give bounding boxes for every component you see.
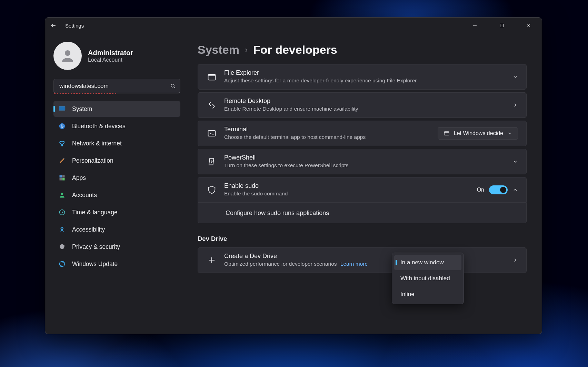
section-dev-drive: Dev Drive xyxy=(198,235,527,243)
svg-rect-9 xyxy=(60,178,62,181)
svg-point-11 xyxy=(61,193,63,195)
card-file-explorer[interactable]: File Explorer Adjust these settings for … xyxy=(198,64,527,90)
nav-item-label: Windows Update xyxy=(72,261,118,268)
nav-item-apps[interactable]: Apps xyxy=(53,170,180,186)
select-value: Let Windows decide xyxy=(454,130,503,136)
minimize-button[interactable] xyxy=(465,18,485,33)
spellcheck-underline xyxy=(54,93,116,94)
nav-item-label: Privacy & security xyxy=(72,243,120,251)
search-wrap xyxy=(53,79,180,93)
svg-rect-16 xyxy=(208,131,216,136)
svg-rect-8 xyxy=(62,175,65,178)
card-subtitle: Choose the default terminal app to host … xyxy=(224,134,372,141)
dropdown-item-new-window[interactable]: In a new window xyxy=(394,255,461,270)
card-subtitle: Adjust these settings for a more develop… xyxy=(224,77,505,84)
sudo-configure-label: Configure how sudo runs applications xyxy=(226,210,329,217)
folder-icon xyxy=(207,72,217,82)
card-enable-sudo[interactable]: Enable sudo Enable the sudo command On xyxy=(198,177,527,203)
accessibility-icon xyxy=(58,226,66,233)
breadcrumb: System › For developers xyxy=(198,43,529,57)
sudo-toggle[interactable] xyxy=(489,185,508,194)
nav-item-label: Accessibility xyxy=(72,226,105,233)
shield-icon xyxy=(58,243,66,251)
chevron-right-icon xyxy=(512,102,518,108)
svg-rect-15 xyxy=(208,74,216,80)
card-title: Remote Desktop xyxy=(224,98,505,105)
apps-icon xyxy=(58,174,66,182)
nav-item-label: Bluetooth & devices xyxy=(72,123,126,130)
plus-icon xyxy=(207,255,217,265)
close-button[interactable] xyxy=(518,18,539,33)
svg-point-2 xyxy=(171,84,174,87)
card-remote-desktop[interactable]: Remote Desktop Enable Remote Desktop and… xyxy=(198,92,527,118)
svg-point-6 xyxy=(62,145,63,146)
terminal-select[interactable]: Let Windows decide xyxy=(438,127,518,140)
dropdown-item-inline[interactable]: Inline xyxy=(394,287,461,302)
cards-list: File Explorer Adjust these settings for … xyxy=(198,64,529,273)
nav-item-system[interactable]: System xyxy=(53,101,180,117)
toggle-state-label: On xyxy=(477,187,484,193)
nav-item-privacy[interactable]: Privacy & security xyxy=(53,239,180,255)
nav-item-label: System xyxy=(72,105,92,113)
card-subtitle: Turn on these settings to execute PowerS… xyxy=(224,162,505,169)
sidebar: Administrator Local Account System xyxy=(45,33,187,334)
nav-item-network[interactable]: Network & internet xyxy=(53,135,180,151)
powershell-icon xyxy=(207,157,217,166)
nav-item-label: Time & language xyxy=(72,209,118,216)
breadcrumb-current: For developers xyxy=(253,43,337,57)
chevron-up-icon xyxy=(512,187,518,193)
sudo-mode-dropdown[interactable]: In a new window With input disabled Inli… xyxy=(392,253,464,304)
chevron-down-icon xyxy=(507,131,512,136)
nav-item-bluetooth[interactable]: Bluetooth & devices xyxy=(53,118,180,134)
search-icon[interactable] xyxy=(170,83,176,89)
avatar xyxy=(53,42,82,70)
search-input[interactable] xyxy=(53,79,180,93)
window-title: Settings xyxy=(65,23,84,29)
svg-rect-10 xyxy=(62,178,65,181)
dropdown-item-label: Inline xyxy=(400,291,415,297)
svg-rect-0 xyxy=(500,24,504,27)
user-subtitle: Local Account xyxy=(88,57,133,63)
update-icon xyxy=(58,260,66,268)
card-sudo-configure[interactable]: Configure how sudo runs applications xyxy=(198,203,527,223)
card-title: File Explorer xyxy=(224,69,505,77)
user-account-row[interactable]: Administrator Local Account xyxy=(53,42,180,70)
user-name: Administrator xyxy=(88,49,133,57)
breadcrumb-parent[interactable]: System xyxy=(198,43,239,57)
nav-item-windows-update[interactable]: Windows Update xyxy=(53,256,180,272)
learn-more-link[interactable]: Learn more xyxy=(340,261,368,267)
nav-item-label: Personalization xyxy=(72,157,113,164)
card-terminal[interactable]: Terminal Choose the default terminal app… xyxy=(198,121,527,146)
nav-item-time-language[interactable]: Time & language xyxy=(53,204,180,220)
chevron-right-icon xyxy=(512,257,518,263)
card-title: Terminal xyxy=(224,126,430,133)
nav-item-personalization[interactable]: Personalization xyxy=(53,153,180,169)
card-create-dev-drive[interactable]: Create a Dev Drive Optimized performance… xyxy=(198,247,527,273)
chevron-right-icon: › xyxy=(245,45,248,55)
nav-item-accounts[interactable]: Accounts xyxy=(53,187,180,203)
card-subtitle: Enable Remote Desktop and ensure machine… xyxy=(224,105,505,113)
card-powershell[interactable]: PowerShell Turn on these settings to exe… xyxy=(198,149,527,174)
nav-list: System Bluetooth & devices Network & int… xyxy=(53,101,180,272)
person-icon xyxy=(58,191,66,199)
card-title: Enable sudo xyxy=(224,182,469,190)
dropdown-item-input-disabled[interactable]: With input disabled xyxy=(394,271,461,286)
nav-item-accessibility[interactable]: Accessibility xyxy=(53,222,180,237)
chevron-down-icon xyxy=(512,159,518,164)
window-icon xyxy=(444,130,450,136)
shield-outline-icon xyxy=(207,185,217,195)
monitor-icon xyxy=(58,105,66,113)
dropdown-item-label: With input disabled xyxy=(400,275,450,282)
titlebar: Settings xyxy=(45,18,542,33)
paintbrush-icon xyxy=(58,157,66,164)
card-subtitle: Enable the sudo command xyxy=(224,190,469,197)
dropdown-item-label: In a new window xyxy=(400,259,444,266)
maximize-button[interactable] xyxy=(491,18,512,33)
back-button[interactable] xyxy=(48,20,59,31)
svg-point-1 xyxy=(65,50,70,56)
nav-item-label: Apps xyxy=(72,174,86,182)
wifi-icon xyxy=(58,140,66,147)
svg-rect-7 xyxy=(60,175,62,178)
clock-globe-icon xyxy=(58,208,66,216)
svg-rect-17 xyxy=(444,132,449,135)
